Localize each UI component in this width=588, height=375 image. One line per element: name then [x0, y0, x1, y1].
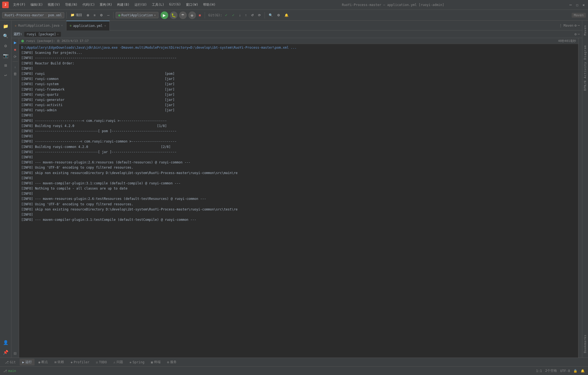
minus-btn[interactable]: ─ [106, 12, 111, 18]
window-controls[interactable]: ─ ☐ ✕ [568, 3, 586, 7]
bottom-tab-profiler[interactable]: ◈ Profiler [68, 359, 92, 365]
minimize-panel-btn[interactable]: ─ [578, 23, 580, 27]
collapse-btn[interactable]: ≡ [92, 12, 97, 18]
maven-tab-label[interactable]: Maven [564, 24, 573, 27]
editor-tab-bar: ☕ RuoYiApplication.java ✕ ⚙ application.… [11, 21, 582, 30]
run-restart-btn[interactable]: ⟳ [12, 53, 19, 60]
pin-icon[interactable]: 📌 [1, 348, 10, 357]
git-status[interactable]: ⎇ main [2, 368, 17, 373]
project-view-btn[interactable]: 📁 项目 [69, 12, 84, 18]
bottom-tab-spring[interactable]: ❋ Spring [127, 359, 147, 365]
console-output[interactable]: D:\AppGallery\EdgeDownloads\Java\jdk\bin… [19, 44, 578, 358]
close-button[interactable]: ✕ [581, 3, 586, 7]
encoding-indicator[interactable]: UTF-8 [560, 369, 570, 373]
run-stop-btn[interactable]: ■ [12, 46, 19, 53]
maven-vertical-label[interactable]: Maven [583, 23, 587, 38]
bottom-tab-run[interactable]: ▶ 运行 [20, 359, 35, 365]
minimize-button[interactable]: ─ [568, 3, 573, 7]
search-everywhere-btn[interactable]: 🔍 [267, 12, 274, 18]
menu-build[interactable]: 构建(B) [115, 1, 132, 8]
git-push[interactable]: ↑ [243, 12, 248, 18]
run-panel-minimize[interactable]: ─ [578, 32, 580, 36]
run-config-dropdown[interactable]: RuoYi-Process-master › pom.xml [2, 12, 64, 18]
menu-run[interactable]: 运行(U) [132, 1, 149, 8]
more-tabs-btn[interactable]: ⋮ [559, 23, 562, 27]
camera-icon[interactable]: 📷 [1, 51, 10, 60]
run-config-name: RuoYiApplication [121, 13, 153, 17]
console-scrollbar[interactable] [578, 38, 582, 358]
git-checkmark-2[interactable]: ✓ [230, 12, 236, 18]
problems-tab-icon: ⚠ [114, 360, 115, 364]
toolbar-separator-3 [205, 12, 205, 18]
debug-button[interactable]: 🐛 [170, 11, 177, 19]
settings-tab-btn[interactable]: ⚙ [574, 23, 577, 27]
run-button[interactable]: ▶ [161, 11, 168, 19]
console-line: [INFO] ruoyi-admin [jar] [21, 108, 576, 113]
tab-ruoyiapplication[interactable]: ☕ RuoYiApplication.java ✕ [11, 21, 66, 30]
menu-tools[interactable]: 工具(L) [150, 1, 167, 8]
bottom-tab-services[interactable]: ⚙ 服务 [164, 359, 179, 365]
bookmarks-vertical-label[interactable]: Bookmarks [583, 332, 587, 355]
settings-sidebar-icon[interactable]: ⚙ [1, 41, 10, 50]
process-tab-close[interactable]: ✕ [57, 33, 59, 36]
settings-gear-btn[interactable]: ⚙ [275, 12, 282, 18]
menu-bar[interactable]: 文件(F) 编辑(E) 视图(V) 导航(N) 代码(C) 重构(R) 构建(B… [11, 1, 218, 8]
run-process-tab[interactable]: ruoyi [package] ✕ [24, 32, 61, 37]
tab-label-yml[interactable]: application.yml [73, 24, 103, 28]
bottom-tab-breakpoints[interactable]: ◉ 断点 [36, 359, 51, 365]
bottom-tab-dependencies[interactable]: ⊞ 依赖 [52, 359, 67, 365]
git-update[interactable]: ↓ [237, 12, 242, 18]
console-line: [INFO] ruoyi-system [jar] [21, 82, 576, 87]
users-icon[interactable]: 👤 [1, 338, 10, 347]
bottom-tab-todo[interactable]: ☑ TODO [93, 359, 109, 365]
menu-code[interactable]: 代码(C) [80, 1, 97, 8]
return-icon[interactable]: ↩ [1, 71, 10, 79]
link-icon[interactable]: ⊞ [1, 61, 10, 70]
run-tab-icon: ▶ [22, 360, 24, 364]
menu-refactor[interactable]: 重构(R) [97, 1, 114, 8]
maximize-button[interactable]: ☐ [575, 3, 579, 7]
menu-file[interactable]: 文件(F) [11, 1, 28, 8]
profile-button[interactable]: ◈ [188, 11, 196, 19]
settings-btn[interactable]: ⚙ [98, 12, 105, 18]
indent-indicator[interactable]: 2个空格 [545, 368, 557, 373]
console-line: [INFO] ------------------------< com.ruo… [21, 118, 576, 123]
bottom-tab-git[interactable]: ⎇ Git [2, 359, 19, 365]
tab-applicationyml[interactable]: ⚙ application.yml ✕ [66, 21, 110, 30]
bottom-tab-problems[interactable]: ⚠ 问题 [111, 359, 126, 365]
git-tab-icon: ⎇ [5, 360, 9, 364]
bottom-tab-terminal[interactable]: ▣ 终端 [148, 359, 163, 365]
menu-window[interactable]: 窗口(W) [184, 1, 201, 8]
menu-edit[interactable]: 编辑(E) [28, 1, 45, 8]
git-revert[interactable]: ↺ [249, 12, 255, 18]
config-dropdown-arrow[interactable]: ▾ [154, 13, 156, 17]
notifications-indicator[interactable]: 🔔 [581, 369, 585, 373]
run-fold-btn[interactable]: ⊟ [12, 350, 19, 357]
scope-btn[interactable]: ⊕ [85, 12, 91, 18]
run-configuration[interactable]: ● RuoYiApplication ▾ [116, 12, 158, 18]
menu-git[interactable]: Git(G) [167, 1, 183, 8]
project-icon[interactable]: 📁 [1, 22, 10, 30]
bpmn-vertical-label[interactable]: BPN/N Activity Diagram [583, 43, 587, 93]
main-area: 📁 🔍 ⚙ 📷 ⊞ ↩ 👤 📌 ☕ RuoYiApplication.java … [0, 21, 588, 358]
stop-button[interactable]: ■ [197, 12, 203, 18]
run-scroll-btn[interactable]: ↓ [12, 63, 19, 70]
services-tab-icon: ⚙ [167, 360, 169, 364]
notifications-btn[interactable]: 🔔 [283, 12, 290, 18]
run-panel-settings[interactable]: ⚙ [574, 32, 577, 36]
app-logo: J [2, 2, 9, 8]
menu-navigate[interactable]: 导航(N) [63, 1, 80, 8]
run-resume-btn[interactable]: ▶ [12, 39, 19, 46]
maven-panel-btn[interactable]: Maven [572, 13, 586, 18]
line-col-indicator[interactable]: 1:1 [536, 369, 542, 373]
coverage-button[interactable]: ☂ [179, 11, 187, 19]
tab-close-yml[interactable]: ✕ [104, 24, 106, 27]
tab-close-java[interactable]: ✕ [61, 24, 63, 27]
menu-view[interactable]: 视图(V) [45, 1, 62, 8]
git-checkmark-1[interactable]: ✓ [223, 12, 229, 18]
menu-help[interactable]: 帮助(H) [201, 1, 218, 8]
tab-label-java[interactable]: RuoYiApplication.java [18, 24, 60, 27]
search-icon[interactable]: 🔍 [1, 32, 10, 40]
run-clear-btn[interactable]: 🗑 [12, 70, 19, 77]
git-history[interactable]: ⟳ [256, 12, 262, 18]
